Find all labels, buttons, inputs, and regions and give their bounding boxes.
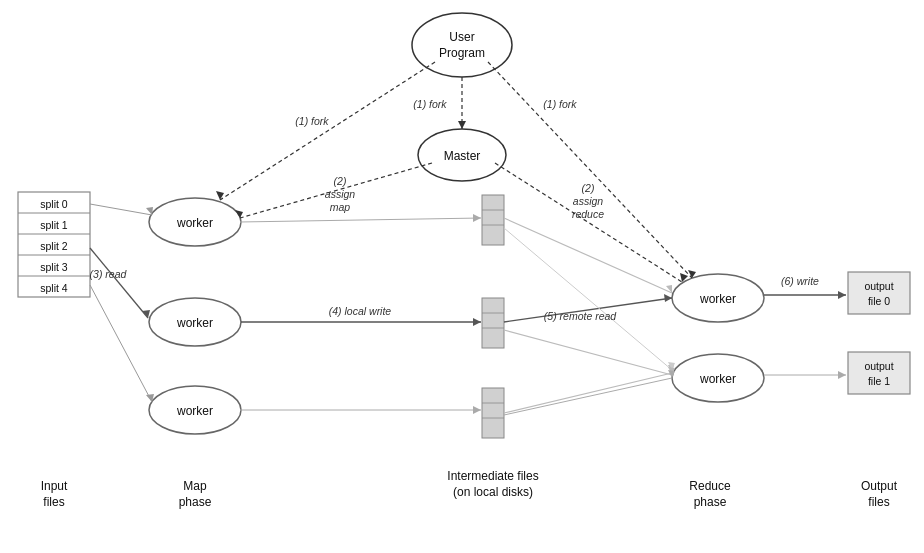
svg-line-55 xyxy=(504,378,672,415)
svg-line-33 xyxy=(90,248,148,318)
worker-reduce-bot-label: worker xyxy=(699,372,736,386)
worker-top-label: worker xyxy=(176,216,213,230)
svg-line-27 xyxy=(488,62,692,278)
svg-marker-58 xyxy=(838,291,846,299)
svg-line-53 xyxy=(504,330,672,375)
svg-marker-44 xyxy=(473,406,481,414)
read-label: (3) read xyxy=(90,268,128,280)
output-file0-label: output xyxy=(864,280,893,292)
phase-map-label2: phase xyxy=(179,495,212,509)
svg-marker-42 xyxy=(473,214,481,222)
fork-left-label: (1) fork xyxy=(295,115,329,127)
output-file1-label2: file 1 xyxy=(868,375,890,387)
remote-read-label: (5) remote read xyxy=(544,310,618,322)
svg-rect-13 xyxy=(482,388,504,438)
assign-reduce-label: (2) xyxy=(582,182,595,194)
svg-line-25 xyxy=(220,62,435,200)
fork-right-label: (1) fork xyxy=(543,98,577,110)
svg-marker-24 xyxy=(458,121,466,129)
write-label: (6) write xyxy=(781,275,819,287)
svg-marker-34 xyxy=(142,310,150,318)
phase-input-label: Input xyxy=(41,479,68,493)
local-write-label: (4) local write xyxy=(329,305,392,317)
split0-label: split 0 xyxy=(40,198,68,210)
split1-label: split 1 xyxy=(40,219,68,231)
phase-input-label2: files xyxy=(43,495,64,509)
svg-rect-6 xyxy=(848,352,910,394)
master-label: Master xyxy=(444,149,481,163)
diagram-container: split 0 split 1 split 2 split 3 split 4 … xyxy=(0,0,924,553)
svg-line-41 xyxy=(240,218,481,222)
worker-mid-label: worker xyxy=(176,316,213,330)
phase-reduce-label: Reduce xyxy=(689,479,731,493)
phase-output-label: Output xyxy=(861,479,898,493)
svg-line-37 xyxy=(90,285,152,402)
phase-output-label2: files xyxy=(868,495,889,509)
assign-reduce-label2: assign xyxy=(573,195,604,207)
fork-center-label: (1) fork xyxy=(413,98,447,110)
assign-reduce-label3: reduce xyxy=(572,208,604,220)
svg-rect-10 xyxy=(482,298,504,348)
svg-marker-60 xyxy=(838,371,846,379)
svg-line-49 xyxy=(504,373,672,413)
split4-label: split 4 xyxy=(40,282,68,294)
output-file0-label2: file 0 xyxy=(868,295,890,307)
worker-bot-label: worker xyxy=(176,404,213,418)
svg-line-51 xyxy=(504,228,672,370)
assign-map-label3: map xyxy=(330,201,351,213)
phase-intermediate-label: Intermediate files xyxy=(447,469,538,483)
user-program-label: User xyxy=(449,30,474,44)
split3-label: split 3 xyxy=(40,261,68,273)
phase-reduce-label2: phase xyxy=(694,495,727,509)
split2-label: split 2 xyxy=(40,240,68,252)
assign-map-label: (2) xyxy=(334,175,347,187)
worker-reduce-top-label: worker xyxy=(699,292,736,306)
svg-marker-48 xyxy=(664,294,672,302)
assign-map-label2: assign xyxy=(325,188,356,200)
output-file1-label: output xyxy=(864,360,893,372)
phase-map-label: Map xyxy=(183,479,207,493)
svg-rect-5 xyxy=(848,272,910,314)
svg-marker-40 xyxy=(473,318,481,326)
svg-line-35 xyxy=(90,204,152,215)
svg-line-31 xyxy=(495,163,682,282)
user-program-label2: Program xyxy=(439,46,485,60)
svg-line-45 xyxy=(504,218,672,293)
phase-intermediate-label2: (on local disks) xyxy=(453,485,533,499)
svg-rect-7 xyxy=(482,195,504,245)
